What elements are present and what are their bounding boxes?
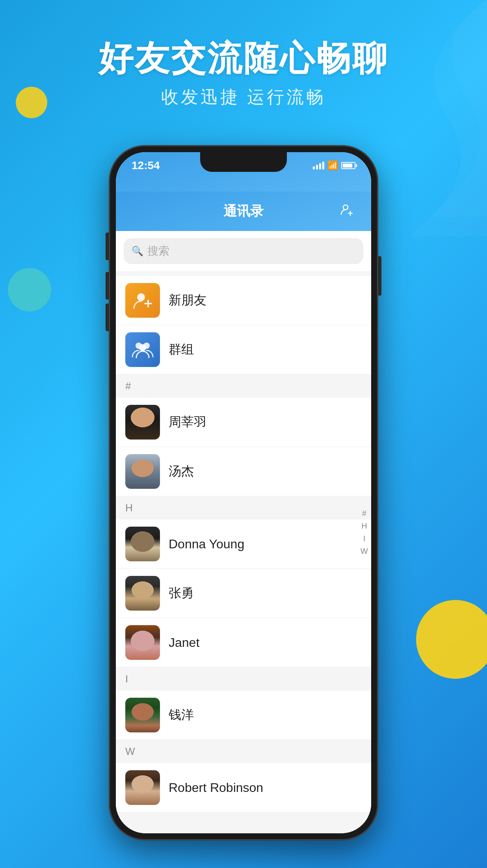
contact-janet[interactable]: Janet bbox=[116, 618, 371, 667]
signal-bar-3 bbox=[319, 163, 321, 170]
content-area: 🔍 搜索 新 bbox=[116, 231, 371, 833]
zhang-name: 张勇 bbox=[169, 585, 194, 602]
section-header-h: H bbox=[116, 496, 371, 520]
wifi-icon: 📶 bbox=[327, 160, 338, 171]
contact-robert[interactable]: Robert Robinson bbox=[116, 763, 371, 812]
nav-title: 通讯录 bbox=[223, 202, 264, 220]
contact-zhou[interactable]: 周莘羽 bbox=[116, 398, 371, 447]
signal-bar-1 bbox=[313, 166, 315, 170]
phone-screen: 12:54 📶 bbox=[116, 152, 371, 833]
alpha-h[interactable]: H bbox=[361, 520, 368, 531]
phone-frame: 12:54 📶 bbox=[110, 146, 377, 840]
new-friends-name: 新朋友 bbox=[169, 292, 206, 309]
status-time: 12:54 bbox=[132, 159, 160, 172]
header-title: 好友交流随心畅聊 bbox=[0, 39, 487, 78]
add-contact-icon bbox=[340, 203, 354, 220]
alpha-hash[interactable]: # bbox=[361, 508, 368, 519]
qian-name: 钱洋 bbox=[169, 706, 194, 724]
alpha-i[interactable]: I bbox=[361, 533, 368, 544]
section-header-w: W bbox=[116, 740, 371, 763]
janet-avatar bbox=[125, 625, 160, 660]
svg-point-4 bbox=[139, 344, 146, 351]
robert-name: Robert Robinson bbox=[169, 780, 263, 795]
donna-avatar bbox=[125, 527, 160, 561]
signal-bars-icon bbox=[313, 162, 324, 170]
janet-name: Janet bbox=[169, 635, 199, 650]
search-placeholder: 搜索 bbox=[147, 244, 169, 259]
new-friends-avatar bbox=[125, 283, 160, 318]
tang-avatar bbox=[125, 454, 160, 489]
contact-zhang[interactable]: 张勇 bbox=[116, 569, 371, 618]
contact-qian[interactable]: 钱洋 bbox=[116, 691, 371, 740]
donna-name: Donna Young bbox=[169, 537, 244, 551]
groups-item[interactable]: 群组 bbox=[116, 325, 371, 374]
add-contact-button[interactable] bbox=[338, 203, 355, 220]
battery-icon bbox=[341, 162, 355, 169]
header-subtitle: 收发迅捷 运行流畅 bbox=[0, 86, 487, 109]
contact-tang[interactable]: 汤杰 bbox=[116, 447, 371, 496]
alpha-w[interactable]: W bbox=[361, 546, 368, 557]
zhou-avatar bbox=[125, 405, 160, 440]
contact-list: 新朋友 bbox=[116, 276, 371, 812]
search-input-wrapper[interactable]: 🔍 搜索 bbox=[124, 238, 363, 264]
zhou-name: 周莘羽 bbox=[169, 414, 206, 431]
nav-bar: 通讯录 bbox=[116, 192, 371, 231]
groups-name: 群组 bbox=[169, 341, 194, 358]
bg-circle-teal bbox=[8, 268, 51, 311]
svg-point-1 bbox=[137, 293, 145, 301]
signal-bar-2 bbox=[316, 165, 318, 170]
new-friends-item[interactable]: 新朋友 bbox=[116, 276, 371, 325]
section-header-i: I bbox=[116, 667, 371, 691]
header-section: 好友交流随心畅聊 收发迅捷 运行流畅 bbox=[0, 39, 487, 109]
bg-circle-yellow-bottom bbox=[416, 600, 487, 679]
signal-bar-4 bbox=[322, 162, 324, 170]
alpha-index[interactable]: # H I W bbox=[361, 508, 368, 557]
battery-fill bbox=[343, 164, 352, 168]
zhang-avatar bbox=[125, 576, 160, 611]
tang-name: 汤杰 bbox=[169, 463, 194, 480]
svg-point-0 bbox=[343, 205, 348, 210]
qian-avatar bbox=[125, 698, 160, 732]
groups-avatar bbox=[125, 332, 160, 367]
robert-avatar bbox=[125, 770, 160, 805]
phone-device: 12:54 📶 bbox=[110, 146, 377, 840]
notch-cutout bbox=[200, 152, 287, 172]
search-bar: 🔍 搜索 bbox=[116, 231, 371, 271]
status-icons: 📶 bbox=[313, 160, 355, 171]
section-header-hash: # bbox=[116, 374, 371, 398]
notch-area: 12:54 📶 bbox=[116, 152, 371, 192]
contact-donna[interactable]: Donna Young bbox=[116, 520, 371, 569]
search-icon: 🔍 bbox=[132, 246, 143, 257]
